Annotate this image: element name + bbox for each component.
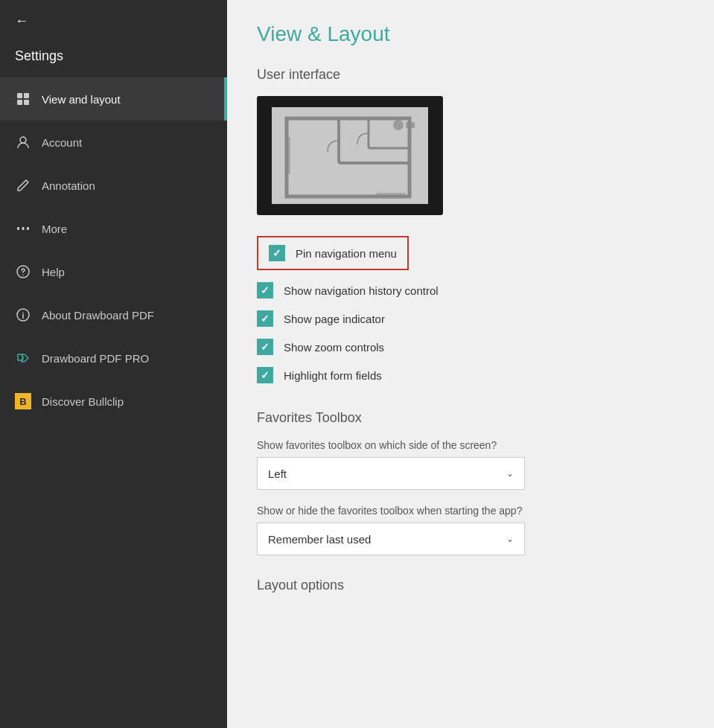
info-icon xyxy=(15,307,31,323)
floor-plan-svg xyxy=(272,107,428,204)
svg-rect-22 xyxy=(287,137,290,174)
checkbox-highlight-form-fields[interactable]: Highlight form fields xyxy=(257,367,684,383)
sidebar-label-discover-bullclip: Discover Bullclip xyxy=(42,395,124,408)
svg-rect-5 xyxy=(17,227,19,230)
back-button[interactable]: ← xyxy=(0,0,227,42)
checkbox-show-zoom-controls[interactable]: Show zoom controls xyxy=(257,339,684,355)
sidebar-label-annotation: Annotation xyxy=(42,179,95,192)
sidebar-label-drawboard-pro: Drawboard PDF PRO xyxy=(42,352,149,365)
favorites-toolbox-section: Favorites Toolbox Show favorites toolbox… xyxy=(257,410,684,555)
checkbox-group: Pin navigation menu Show navigation hist… xyxy=(257,236,684,383)
sidebar-title: Settings xyxy=(0,42,227,77)
user-interface-section-title: User interface xyxy=(257,67,684,83)
svg-rect-2 xyxy=(17,100,22,105)
checkbox-highlight-form-fields-label: Highlight form fields xyxy=(284,369,382,382)
svg-rect-21 xyxy=(376,193,406,197)
favorites-side-dropdown-wrapper: Show favorites toolbox on which side of … xyxy=(257,439,684,490)
ui-preview-container xyxy=(257,96,684,215)
sidebar-label-about-drawboard: About Drawboard PDF xyxy=(42,309,154,322)
sidebar-item-help[interactable]: Help xyxy=(0,250,227,293)
checkbox-pin-nav-menu[interactable]: Pin navigation menu xyxy=(257,236,409,270)
back-icon: ← xyxy=(15,13,28,29)
favorites-hide-label: Show or hide the favorites toolbox when … xyxy=(257,505,684,517)
sidebar-item-drawboard-pro[interactable]: Drawboard PDF PRO xyxy=(0,336,227,380)
checkbox-show-nav-history[interactable]: Show navigation history control xyxy=(257,282,684,298)
ui-preview-inner xyxy=(272,107,428,204)
checkbox-show-nav-history-label: Show navigation history control xyxy=(284,284,439,297)
favorites-side-dropdown-arrow: ⌄ xyxy=(506,468,514,479)
pro-icon xyxy=(15,350,31,366)
layout-options-section: Layout options xyxy=(257,578,684,593)
sidebar-item-account[interactable]: Account xyxy=(0,121,227,164)
dots-icon xyxy=(15,220,31,237)
svg-rect-6 xyxy=(22,227,25,230)
sidebar-item-more[interactable]: More xyxy=(0,207,227,250)
checkbox-show-zoom-controls-box[interactable] xyxy=(257,339,273,355)
bullclip-icon: B xyxy=(15,393,31,409)
svg-point-9 xyxy=(22,275,24,276)
favorites-hide-value: Remember last used xyxy=(268,533,371,546)
favorites-hide-dropdown-arrow: ⌄ xyxy=(506,534,514,544)
checkbox-pin-nav-menu-label: Pin navigation menu xyxy=(296,247,397,260)
svg-rect-13 xyxy=(272,107,428,204)
sidebar: ← Settings View and layout Account xyxy=(0,0,227,728)
sidebar-item-discover-bullclip[interactable]: B Discover Bullclip xyxy=(0,380,227,423)
sidebar-label-more: More xyxy=(42,223,67,235)
sidebar-item-view-and-layout[interactable]: View and layout xyxy=(0,77,227,121)
svg-point-4 xyxy=(20,137,26,143)
svg-point-19 xyxy=(393,120,404,130)
checkbox-show-page-indicator[interactable]: Show page indicator xyxy=(257,310,684,327)
favorites-side-value: Left xyxy=(268,467,287,480)
svg-rect-0 xyxy=(17,93,22,98)
main-content: View & Layout User interface xyxy=(227,0,714,728)
ui-preview-box xyxy=(257,96,443,215)
sidebar-label-account: Account xyxy=(42,136,82,149)
favorites-toolbox-title: Favorites Toolbox xyxy=(257,410,684,426)
svg-rect-20 xyxy=(406,122,415,128)
question-icon xyxy=(15,264,31,280)
sidebar-item-about-drawboard[interactable]: About Drawboard PDF xyxy=(0,293,227,336)
checkbox-show-nav-history-box[interactable] xyxy=(257,282,273,298)
svg-rect-3 xyxy=(24,100,29,105)
sidebar-label-view-and-layout: View and layout xyxy=(42,93,121,106)
favorites-hide-dropdown[interactable]: Remember last used ⌄ xyxy=(257,523,525,555)
favorites-hide-dropdown-wrapper: Show or hide the favorites toolbox when … xyxy=(257,505,684,555)
grid-icon xyxy=(15,91,31,107)
person-icon xyxy=(15,134,31,150)
checkbox-show-page-indicator-box[interactable] xyxy=(257,310,273,327)
layout-options-title: Layout options xyxy=(257,578,684,593)
checkbox-highlight-form-fields-box[interactable] xyxy=(257,367,273,383)
checkbox-show-zoom-controls-label: Show zoom controls xyxy=(284,341,384,354)
checkbox-show-page-indicator-label: Show page indicator xyxy=(284,313,385,325)
svg-point-11 xyxy=(22,312,24,313)
pencil-icon xyxy=(15,177,31,194)
favorites-side-label: Show favorites toolbox on which side of … xyxy=(257,439,684,451)
favorites-side-dropdown[interactable]: Left ⌄ xyxy=(257,457,525,490)
page-title: View & Layout xyxy=(257,22,684,46)
sidebar-item-annotation[interactable]: Annotation xyxy=(0,164,227,207)
svg-rect-7 xyxy=(27,227,29,230)
svg-rect-1 xyxy=(24,93,29,98)
sidebar-label-help: Help xyxy=(42,266,65,278)
checkbox-pin-nav-menu-box[interactable] xyxy=(269,245,285,261)
